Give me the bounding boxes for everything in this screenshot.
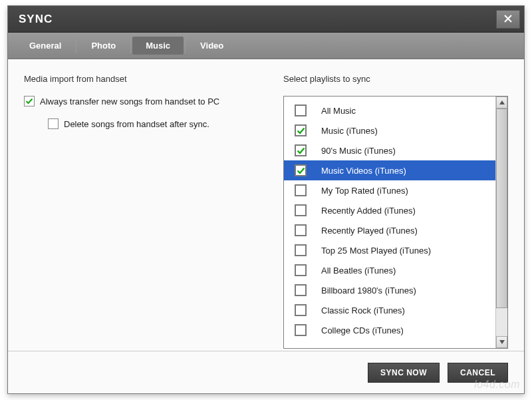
playlist-item[interactable]: All Music — [284, 100, 495, 120]
playlist-label: All Music — [321, 106, 356, 116]
sync-window: SYNC General Photo Music Video Media imp… — [7, 5, 525, 394]
playlist-label: Classic Rock (iTunes) — [321, 305, 405, 315]
tab-separator — [76, 39, 76, 53]
playlist-label: 90's Music (iTunes) — [321, 146, 396, 156]
playlist-checkbox[interactable] — [295, 164, 307, 176]
playlist-checkbox[interactable] — [295, 244, 307, 256]
playlist-item[interactable]: College CDs (iTunes) — [284, 320, 495, 340]
playlist-checkbox[interactable] — [295, 304, 307, 316]
playlist-checkbox[interactable] — [295, 184, 307, 196]
tab-video[interactable]: Video — [187, 37, 237, 55]
chevron-down-icon — [499, 340, 505, 344]
playlist-box: All MusicMusic (iTunes)90's Music (iTune… — [283, 96, 508, 349]
cancel-button[interactable]: CANCEL — [448, 363, 508, 383]
playlist-label: Music (iTunes) — [321, 126, 378, 136]
scroll-thumb[interactable] — [496, 108, 507, 308]
playlist-label: Top 25 Most Played (iTunes) — [321, 246, 431, 256]
playlist-label: All Beatles (iTunes) — [321, 266, 396, 276]
playlist-item[interactable]: Billboard 1980's (iTunes) — [284, 280, 495, 300]
playlist-label: College CDs (iTunes) — [321, 325, 404, 335]
transfer-row: Always transfer new songs from handset t… — [24, 96, 283, 106]
transfer-label: Always transfer new songs from handset t… — [40, 97, 219, 106]
tab-music[interactable]: Music — [132, 37, 184, 55]
scroll-down-button[interactable] — [496, 336, 507, 348]
left-pane: Media import from handset Always transfe… — [24, 74, 283, 349]
footer: SYNC NOW CANCEL — [8, 351, 524, 393]
window-title: SYNC — [19, 13, 53, 26]
playlist-item[interactable]: Classic Rock (iTunes) — [284, 300, 495, 320]
playlist-label: Recently Added (iTunes) — [321, 206, 416, 216]
playlist-checkbox[interactable] — [295, 224, 307, 236]
playlist-scrollbar[interactable] — [495, 97, 507, 348]
close-icon — [504, 13, 512, 25]
playlist-item[interactable]: 90's Music (iTunes) — [284, 140, 495, 160]
playlist-checkbox[interactable] — [295, 204, 307, 216]
playlist-checkbox[interactable] — [295, 264, 307, 276]
content-area: Media import from handset Always transfe… — [8, 59, 524, 349]
playlist-item[interactable]: All Beatles (iTunes) — [284, 260, 495, 280]
playlist-label: Music Videos (iTunes) — [321, 166, 406, 176]
playlist-item[interactable]: Recently Played (iTunes) — [284, 220, 495, 240]
playlist-label: Recently Played (iTunes) — [321, 226, 418, 236]
playlist-label: My Top Rated (iTunes) — [321, 186, 408, 196]
playlist-item[interactable]: My Top Rated (iTunes) — [284, 180, 495, 200]
delete-label: Delete songs from handset after sync. — [64, 119, 209, 129]
playlist-checkbox[interactable] — [295, 324, 307, 336]
playlist-item[interactable]: Top 25 Most Played (iTunes) — [284, 240, 495, 260]
right-pane: Select playlists to sync All MusicMusic … — [283, 74, 508, 349]
delete-row: Delete songs from handset after sync. — [48, 118, 283, 129]
sync-now-button[interactable]: SYNC NOW — [368, 363, 440, 383]
transfer-checkbox[interactable] — [24, 96, 35, 106]
playlist-checkbox[interactable] — [295, 284, 307, 296]
chevron-up-icon — [499, 100, 505, 104]
playlist-checkbox[interactable] — [295, 124, 307, 136]
tab-bar: General Photo Music Video — [8, 33, 524, 59]
playlist-item[interactable]: Music (iTunes) — [284, 120, 495, 140]
close-button[interactable] — [496, 10, 520, 29]
playlist-checkbox[interactable] — [295, 104, 307, 116]
tab-separator — [130, 39, 131, 53]
media-import-title: Media import from handset — [24, 74, 283, 84]
scroll-up-button[interactable] — [496, 97, 507, 108]
titlebar: SYNC — [8, 6, 524, 33]
playlist-item[interactable]: Recently Added (iTunes) — [284, 200, 495, 220]
playlist-label: Billboard 1980's (iTunes) — [321, 286, 416, 296]
tab-photo[interactable]: Photo — [78, 37, 129, 55]
tab-general[interactable]: General — [16, 37, 74, 55]
playlist-list[interactable]: All MusicMusic (iTunes)90's Music (iTune… — [284, 97, 495, 348]
tab-separator — [185, 39, 186, 53]
delete-checkbox[interactable] — [48, 118, 59, 129]
playlist-item[interactable]: Music Videos (iTunes) — [284, 160, 495, 180]
playlist-checkbox[interactable] — [295, 144, 307, 156]
playlists-title: Select playlists to sync — [283, 74, 508, 84]
